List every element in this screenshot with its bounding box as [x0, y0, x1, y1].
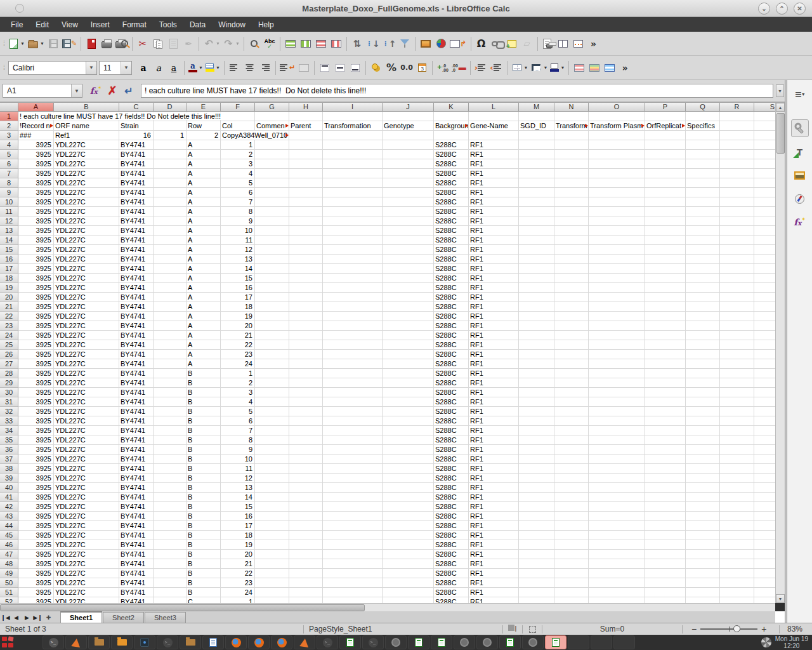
cell-A13[interactable]: 3925	[18, 226, 54, 235]
scroll-up-arrow[interactable]: ▲	[776, 103, 785, 112]
cell-G24[interactable]	[255, 331, 289, 340]
cell-A26[interactable]: 3925	[18, 350, 54, 359]
cell-P29[interactable]	[645, 378, 686, 388]
cell-F31[interactable]: 4	[221, 397, 255, 407]
row-header-13[interactable]: 13	[0, 226, 18, 235]
cell-Q2[interactable]: Specifics	[686, 121, 720, 131]
cell-A52[interactable]: 3925	[18, 597, 54, 603]
cell-O49[interactable]	[589, 569, 645, 578]
row-header-33[interactable]: 33	[0, 416, 18, 426]
cell-C4[interactable]: BY4741	[119, 140, 154, 150]
menu-insert[interactable]: Insert	[85, 18, 115, 31]
cell-S47[interactable]	[754, 550, 775, 559]
cell-C30[interactable]: BY4741	[119, 388, 154, 397]
cell-E39[interactable]: B	[187, 474, 221, 483]
cell-H8[interactable]	[289, 178, 323, 188]
cell-L24[interactable]: RF1	[469, 331, 519, 340]
cell-A19[interactable]: 3925	[18, 283, 54, 293]
cell-E26[interactable]: A	[187, 350, 221, 359]
toolbar-overflow-button[interactable]: »	[617, 59, 632, 77]
cell-O50[interactable]	[589, 578, 645, 588]
row-header-40[interactable]: 40	[0, 483, 18, 493]
cell-N31[interactable]	[554, 397, 589, 407]
cell-B52[interactable]: YDL227C	[54, 597, 119, 603]
cell-D24[interactable]	[154, 331, 187, 340]
font-size-combo[interactable]: 11 ▼	[99, 61, 132, 75]
cell-H21[interactable]	[289, 302, 323, 312]
cell-F38[interactable]: 11	[221, 464, 255, 474]
cell-E16[interactable]: A	[187, 255, 221, 264]
cell-H18[interactable]	[289, 274, 323, 283]
cell-N37[interactable]	[554, 454, 589, 464]
cell-F3[interactable]: CopyA384Well_0710	[221, 131, 289, 140]
cell-J35[interactable]	[383, 435, 434, 445]
cell-Q7[interactable]	[686, 169, 720, 178]
cell-I6[interactable]	[323, 159, 383, 169]
cell-G38[interactable]	[255, 464, 289, 474]
cell-R7[interactable]	[720, 169, 754, 178]
cell-L15[interactable]: RF1	[469, 245, 519, 255]
cell-L36[interactable]: RF1	[469, 445, 519, 454]
sum-indicator[interactable]: Sum=0	[542, 625, 682, 633]
cell-A18[interactable]: 3925	[18, 274, 54, 283]
cell-S46[interactable]	[754, 540, 775, 550]
cell-C20[interactable]: BY4741	[119, 293, 154, 302]
cell-A45[interactable]: 3925	[18, 531, 54, 540]
cell-M41[interactable]	[519, 493, 554, 502]
cell-O30[interactable]	[589, 388, 645, 397]
cell-S4[interactable]	[754, 140, 775, 150]
cell-N16[interactable]	[554, 255, 589, 264]
cell-H29[interactable]	[289, 378, 323, 388]
cell-F43[interactable]: 16	[221, 512, 255, 521]
cell-N32[interactable]	[554, 407, 589, 416]
cell-I19[interactable]	[323, 283, 383, 293]
cell-G12[interactable]	[255, 216, 289, 226]
cell-J30[interactable]	[383, 388, 434, 397]
cell-C25[interactable]: BY4741	[119, 340, 154, 350]
cell-H32[interactable]	[289, 407, 323, 416]
cell-F29[interactable]: 2	[221, 378, 255, 388]
cell-F51[interactable]: 24	[221, 588, 255, 597]
cell-S16[interactable]	[754, 255, 775, 264]
cell-S3[interactable]	[754, 131, 775, 140]
cell-J39[interactable]	[383, 474, 434, 483]
cell-D39[interactable]	[154, 474, 187, 483]
toolbar-grip[interactable]: ⁞	[1, 43, 6, 45]
row-header-50[interactable]: 50	[0, 578, 18, 588]
cell-P49[interactable]	[645, 569, 686, 578]
cell-C3[interactable]: 16	[119, 131, 154, 140]
cell-F49[interactable]: 22	[221, 569, 255, 578]
cell-E49[interactable]: B	[187, 569, 221, 578]
cell-S40[interactable]	[754, 483, 775, 493]
cell-A8[interactable]: 3925	[18, 178, 54, 188]
cell-J14[interactable]	[383, 235, 434, 245]
cell-F28[interactable]: 1	[221, 369, 255, 378]
cell-N47[interactable]	[554, 550, 589, 559]
cell-H46[interactable]	[289, 540, 323, 550]
cell-D15[interactable]	[154, 245, 187, 255]
cell-L4[interactable]: RF1	[469, 140, 519, 150]
cell-O24[interactable]	[589, 331, 645, 340]
cell-Q9[interactable]	[686, 188, 720, 197]
taskbar-firefox-2[interactable]	[248, 635, 270, 649]
cell-L17[interactable]: RF1	[469, 264, 519, 274]
cell-E28[interactable]: B	[187, 369, 221, 378]
cell-O51[interactable]	[589, 588, 645, 597]
font-size-dropdown[interactable]: ▼	[121, 62, 131, 74]
cell-G33[interactable]	[255, 416, 289, 426]
cell-A38[interactable]: 3925	[18, 464, 54, 474]
cell-A3[interactable]: ###	[18, 131, 54, 140]
cell-H44[interactable]	[289, 521, 323, 531]
cell-C19[interactable]: BY4741	[119, 283, 154, 293]
cell-I30[interactable]	[323, 388, 383, 397]
cell-N17[interactable]	[554, 264, 589, 274]
borders-button[interactable]: ▼	[510, 59, 530, 77]
cell-S32[interactable]	[754, 407, 775, 416]
cell-G42[interactable]	[255, 502, 289, 512]
cell-A14[interactable]: 3925	[18, 235, 54, 245]
cell-L34[interactable]: RF1	[469, 426, 519, 435]
cell-F1[interactable]	[221, 112, 255, 121]
cell-K7[interactable]: S288C	[434, 169, 469, 178]
cell-M1[interactable]	[519, 112, 554, 121]
cell-Q3[interactable]	[686, 131, 720, 140]
